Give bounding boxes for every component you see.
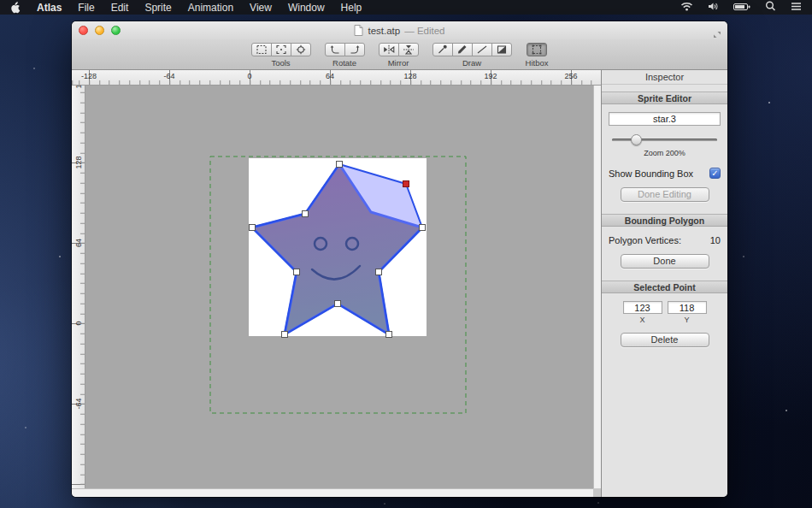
polygon-vertices-label: Polygon Vertices:	[609, 235, 681, 245]
crop-icon	[275, 44, 287, 55]
sprite-editor-header: Sprite Editor	[602, 92, 727, 104]
crop-button[interactable]	[271, 43, 291, 56]
polygon-handle[interactable]	[335, 301, 341, 307]
desktop: Atlas File Edit Sprite Animation View Wi…	[0, 0, 812, 508]
toolbar-group-label-tools: Tools	[271, 58, 290, 68]
rotate-right-button[interactable]	[344, 43, 365, 56]
vertical-ruler: 192128640-64	[72, 86, 85, 497]
rotate-left-button[interactable]	[325, 43, 345, 56]
rotate-left-icon	[329, 44, 341, 55]
line-button[interactable]	[472, 43, 492, 56]
toolbar-group-label-rotate: Rotate	[332, 58, 356, 68]
line-icon	[476, 44, 488, 55]
polygon-handle[interactable]	[250, 225, 256, 231]
selected-point-header: Selected Point	[602, 281, 727, 293]
inspector-panel: Inspector Sprite Editor star.3 Zoom 200%…	[601, 70, 727, 497]
polygon-handle[interactable]	[294, 269, 300, 275]
vertical-scrollbar[interactable]	[593, 86, 601, 488]
polygon-handle[interactable]	[420, 225, 426, 231]
mirror-vertical-icon	[403, 44, 415, 55]
hruler-label: 256	[564, 72, 577, 80]
mirror-horizontal-button[interactable]	[379, 43, 399, 56]
done-editing-button[interactable]: Done Editing	[621, 187, 709, 202]
minimize-button[interactable]	[95, 26, 104, 35]
menu-item-window[interactable]: Window	[288, 2, 325, 14]
hitbox-icon	[531, 44, 543, 55]
zoom-slider-thumb[interactable]	[631, 134, 642, 145]
zoom-slider-track[interactable]	[612, 139, 717, 141]
battery-icon	[733, 3, 750, 11]
hruler-label: 192	[484, 72, 497, 80]
fill-button[interactable]	[491, 43, 512, 56]
vruler-label: 128	[74, 156, 83, 168]
menu-item-file[interactable]: File	[78, 2, 94, 14]
delete-button[interactable]: Delete	[621, 333, 709, 347]
sprite-name-field[interactable]: star.3	[609, 112, 721, 126]
canvas-svg[interactable]	[85, 86, 593, 497]
toolbar-group-label-hitbox: Hitbox	[526, 58, 549, 68]
anchor-button[interactable]	[291, 43, 311, 56]
eyedropper-button[interactable]	[432, 43, 453, 56]
bounding-polygon-header: Bounding Polygon	[602, 214, 727, 227]
zoom-button[interactable]	[111, 26, 121, 35]
window-title: test.atp — Edited	[354, 25, 444, 36]
wifi-menu-item[interactable]	[680, 2, 693, 14]
mirror-vertical-button[interactable]	[398, 43, 419, 56]
volume-menu-item[interactable]	[708, 2, 719, 14]
pencil-button[interactable]	[452, 43, 473, 56]
vruler-label: 64	[74, 239, 83, 247]
menu-item-atlas[interactable]: Atlas	[37, 2, 62, 14]
vruler-label: 192	[74, 86, 83, 89]
polygon-handle[interactable]	[337, 162, 343, 168]
hitbox-button[interactable]	[527, 43, 547, 56]
app-window: test.atp — Edited	[72, 21, 727, 497]
vruler-label: 0	[74, 321, 83, 325]
polygon-vertices-count: 10	[710, 235, 721, 245]
horizontal-scrollbar[interactable]	[72, 488, 593, 497]
close-button[interactable]	[79, 26, 88, 35]
marquee-select-icon	[256, 44, 268, 55]
vruler-label: -64	[74, 398, 83, 409]
show-bounding-box-checkbox[interactable]: ✓	[709, 168, 721, 179]
hruler-label: -128	[81, 72, 97, 80]
zoom-label: Zoom 200%	[602, 149, 727, 157]
menu-item-help[interactable]: Help	[341, 2, 362, 14]
toolbar-group-draw: Draw	[432, 43, 512, 68]
toolbar-group-tools: Tools	[251, 43, 311, 68]
toolbar: Tools	[72, 39, 727, 70]
horizontal-ruler: -128-64064128192256	[72, 70, 601, 86]
show-bounding-box-label: Show Bounding Box	[609, 168, 693, 179]
done-button[interactable]: Done	[621, 254, 709, 269]
apple-icon	[10, 2, 21, 14]
hruler-label: 0	[247, 72, 251, 80]
menu-item-view[interactable]: View	[250, 2, 272, 14]
notification-center-icon	[791, 2, 802, 11]
polygon-handle[interactable]	[282, 332, 288, 338]
menu-item-animation[interactable]: Animation	[188, 2, 233, 14]
menu-item-edit[interactable]: Edit	[111, 2, 129, 14]
point-x-field[interactable]: 123	[623, 301, 662, 314]
title-bar[interactable]: test.atp — Edited	[72, 21, 727, 39]
point-x-label: X	[623, 316, 662, 324]
document-icon	[354, 25, 363, 36]
canvas[interactable]	[85, 86, 593, 497]
polygon-handle-selected[interactable]	[403, 181, 409, 187]
document-title: test.atp	[368, 26, 400, 36]
polygon-handle[interactable]	[303, 211, 309, 217]
rotate-right-icon	[349, 44, 361, 55]
notification-center-menu-item[interactable]	[791, 2, 802, 14]
point-y-field[interactable]: 118	[668, 301, 707, 314]
zoom-slider[interactable]	[612, 134, 717, 145]
spotlight-menu-item[interactable]	[765, 1, 776, 14]
volume-icon	[708, 2, 719, 11]
menu-item-sprite[interactable]: Sprite	[144, 2, 171, 14]
polygon-handle[interactable]	[386, 332, 392, 338]
battery-menu-item[interactable]	[733, 2, 750, 14]
polygon-handle[interactable]	[376, 269, 382, 275]
inspector-title: Inspector	[602, 70, 727, 85]
marquee-select-button[interactable]	[251, 43, 272, 56]
fullscreen-button[interactable]	[713, 27, 721, 42]
pencil-icon	[456, 44, 468, 55]
toolbar-group-label-mirror: Mirror	[388, 58, 409, 68]
apple-menu[interactable]	[10, 2, 21, 14]
